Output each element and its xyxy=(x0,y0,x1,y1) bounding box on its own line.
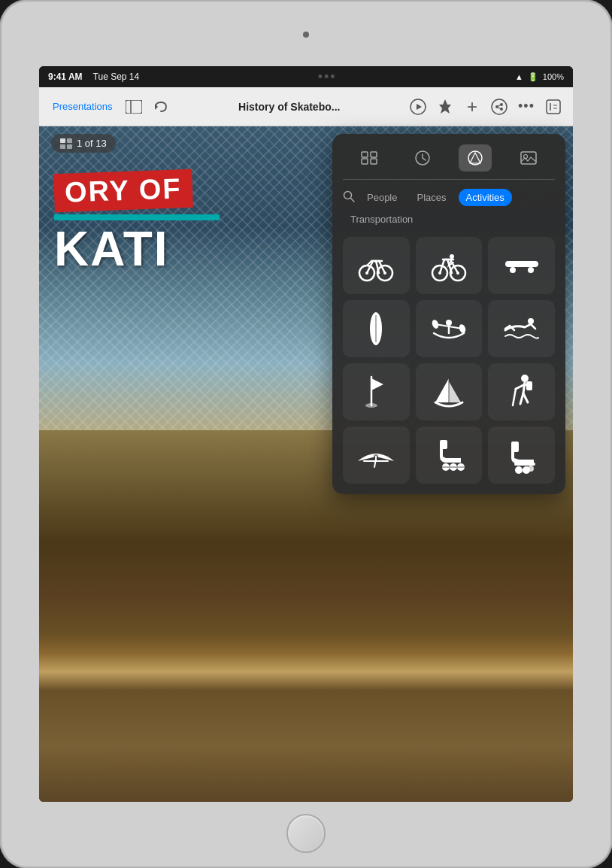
document-title: History of Skatebo... xyxy=(177,101,402,113)
svg-point-5 xyxy=(492,99,507,114)
ipad-frame: 9:41 AM Tue Sep 14 ••• ▲ 🔋 100% Presenta… xyxy=(0,0,612,868)
panel-icon-tabs xyxy=(343,144,555,180)
rowing-icon xyxy=(429,309,468,348)
play-button[interactable] xyxy=(407,96,429,117)
toolbar: Presentations History of Skatebo... xyxy=(39,87,573,126)
category-places[interactable]: Places xyxy=(409,189,453,206)
battery-percent: 100% xyxy=(543,72,564,81)
panel-tab-recent[interactable] xyxy=(406,144,439,171)
symbol-mountain-bike[interactable] xyxy=(416,237,483,294)
symbol-bicycle[interactable] xyxy=(343,237,410,294)
undo-button[interactable] xyxy=(150,96,171,117)
add-button[interactable]: + xyxy=(462,96,483,117)
mountain-bike-icon xyxy=(429,246,468,285)
svg-rect-21 xyxy=(362,159,368,164)
slide-text-area: ORY OF KATI xyxy=(54,156,317,273)
svg-point-53 xyxy=(365,403,377,408)
hiking-icon xyxy=(502,372,541,411)
format-button[interactable] xyxy=(543,96,564,117)
status-left: 9:41 AM Tue Sep 14 xyxy=(48,71,139,82)
search-icon-button[interactable] xyxy=(343,190,355,205)
svg-point-7 xyxy=(500,103,503,106)
svg-point-76 xyxy=(528,466,534,472)
svg-point-48 xyxy=(431,319,440,329)
category-transportation[interactable]: Transportation xyxy=(343,211,420,228)
svg-rect-17 xyxy=(60,144,65,149)
slide-text-line2: KATI xyxy=(54,225,317,273)
roller-skate-icon xyxy=(502,436,541,475)
status-bar: 9:41 AM Tue Sep 14 ••• ▲ 🔋 100% xyxy=(39,66,573,87)
svg-point-8 xyxy=(500,108,503,111)
shapes-icon xyxy=(467,150,483,165)
sailing-icon xyxy=(429,372,468,411)
surfboard-icon xyxy=(356,309,395,348)
svg-point-42 xyxy=(528,267,534,273)
panel-tab-shapes[interactable] xyxy=(459,144,492,171)
svg-rect-11 xyxy=(547,100,560,114)
wifi-icon: ▲ xyxy=(515,72,523,81)
ipad-screen: 9:41 AM Tue Sep 14 ••• ▲ 🔋 100% Presenta… xyxy=(39,66,573,802)
svg-rect-72 xyxy=(511,442,519,452)
panel-tab-photos[interactable] xyxy=(512,144,545,171)
svg-marker-4 xyxy=(417,104,422,110)
symbol-swimming[interactable] xyxy=(488,300,555,357)
search-icon xyxy=(343,190,355,202)
svg-marker-52 xyxy=(371,378,383,390)
svg-line-10 xyxy=(498,108,501,109)
home-button[interactable] xyxy=(286,814,326,853)
symbol-hiking[interactable] xyxy=(488,363,555,420)
svg-rect-18 xyxy=(67,144,72,149)
svg-rect-40 xyxy=(505,261,538,267)
symbol-sailing[interactable] xyxy=(416,363,483,420)
sidebar-toggle-button[interactable] xyxy=(123,96,144,117)
svg-rect-73 xyxy=(514,463,535,466)
back-button[interactable]: Presentations xyxy=(48,98,117,115)
search-category-row: People Places Activities Transportation xyxy=(343,189,555,228)
symbol-roller-skate[interactable] xyxy=(488,426,555,484)
svg-rect-19 xyxy=(362,152,368,157)
symbol-golf[interactable] xyxy=(343,363,410,420)
swimming-icon xyxy=(502,309,541,348)
camera-dot xyxy=(303,32,309,38)
svg-point-26 xyxy=(523,155,527,159)
slide-counter-text: 1 of 13 xyxy=(77,138,107,149)
category-activities[interactable]: Activities xyxy=(459,189,512,206)
svg-line-9 xyxy=(498,105,501,106)
pin-button[interactable] xyxy=(435,96,456,117)
skateboard-icon xyxy=(502,246,541,285)
slide-counter-icon xyxy=(60,138,72,149)
symbol-grid xyxy=(343,237,555,484)
photos-icon xyxy=(520,151,537,165)
slide-text-line1: ORY OF xyxy=(53,169,192,212)
status-date: Tue Sep 14 xyxy=(93,71,140,82)
share-button[interactable] xyxy=(489,96,510,117)
golf-icon xyxy=(356,372,395,411)
svg-point-49 xyxy=(458,323,467,334)
slide-counter: 1 of 13 xyxy=(51,134,116,153)
svg-rect-0 xyxy=(126,100,142,114)
category-people[interactable]: People xyxy=(359,189,404,206)
more-button[interactable]: ••• xyxy=(516,96,537,117)
svg-rect-16 xyxy=(67,138,72,143)
status-center-dots: ••• xyxy=(318,69,337,85)
panel-tab-grid[interactable] xyxy=(353,144,386,171)
status-time: 9:41 AM xyxy=(48,71,83,82)
svg-rect-25 xyxy=(521,152,536,164)
symbol-surfboard[interactable] xyxy=(343,300,410,357)
svg-rect-22 xyxy=(371,159,377,164)
svg-point-74 xyxy=(515,466,523,474)
bicycle-icon xyxy=(356,246,395,285)
symbol-rowing[interactable] xyxy=(416,300,483,357)
symbol-inline-skate[interactable] xyxy=(416,426,483,484)
symbol-hang-glider[interactable] xyxy=(343,426,410,484)
svg-line-58 xyxy=(523,393,528,402)
grid-icon xyxy=(361,151,377,165)
svg-point-41 xyxy=(510,267,516,273)
svg-rect-15 xyxy=(60,138,65,143)
inline-skate-icon xyxy=(429,436,468,475)
svg-rect-67 xyxy=(440,440,447,449)
symbol-skateboard[interactable] xyxy=(488,237,555,294)
battery-icon: 🔋 xyxy=(528,72,538,82)
svg-line-61 xyxy=(513,389,516,405)
status-right: ▲ 🔋 100% xyxy=(515,72,564,82)
